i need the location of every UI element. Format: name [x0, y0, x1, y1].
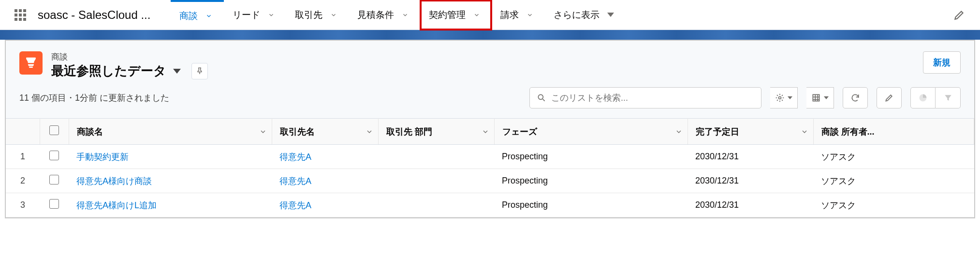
- pencil-icon: [884, 93, 894, 103]
- nav-tab-リード[interactable]: リード: [224, 0, 286, 30]
- list-view-name[interactable]: 最近参照したデータ: [51, 62, 166, 79]
- col-account[interactable]: 取引先名: [272, 119, 378, 145]
- account-link[interactable]: 得意先A: [279, 152, 311, 162]
- decorative-band: [0, 30, 980, 40]
- table-row: 1手動契約更新得意先AProspecting2030/12/31ソアスク: [6, 145, 974, 169]
- row-number: 2: [6, 169, 40, 193]
- cell-dept: [378, 169, 494, 193]
- row-number: 1: [6, 145, 40, 169]
- chevron-down-icon: [366, 128, 373, 136]
- opportunity-link[interactable]: 得意先A様向け商談: [76, 176, 152, 186]
- list-search[interactable]: [529, 87, 761, 108]
- row-select[interactable]: [40, 145, 69, 169]
- table-icon: [811, 93, 821, 103]
- nav-tab-契約管理[interactable]: 契約管理: [420, 0, 492, 30]
- opportunity-link[interactable]: 手動契約更新: [76, 152, 129, 162]
- nav-tab-label: さらに表示: [554, 9, 600, 21]
- table-header-row: 商談名 取引先名 取引先 部門 フェーズ 完了予定日 商談 所有者...: [6, 119, 974, 145]
- cell-owner: ソアスク: [813, 169, 974, 193]
- chevron-down-icon[interactable]: [604, 9, 617, 21]
- nav-tab-取引先[interactable]: 取引先: [286, 0, 349, 30]
- chevron-down-icon[interactable]: [399, 9, 411, 21]
- nav-tab-請求[interactable]: 請求: [492, 0, 545, 30]
- cell-close: 2030/12/31: [687, 193, 813, 217]
- list-status: 11 個の項目・1分前 に更新されました: [19, 92, 169, 104]
- pin-icon: [195, 67, 204, 76]
- col-select-all[interactable]: [40, 119, 69, 145]
- cell-name: 手動契約更新: [69, 145, 272, 169]
- chevron-down-icon[interactable]: [203, 10, 215, 22]
- checkbox[interactable]: [49, 125, 59, 135]
- chevron-down-icon: [259, 128, 267, 136]
- search-input[interactable]: [551, 93, 754, 103]
- cell-phase: Prospecting: [494, 193, 687, 217]
- filter-button[interactable]: [936, 87, 961, 108]
- inline-edit-button[interactable]: [877, 87, 902, 108]
- checkbox[interactable]: [49, 175, 59, 184]
- nav-tab-label: 商談: [179, 10, 198, 22]
- col-name[interactable]: 商談名: [69, 119, 272, 145]
- cell-name: 得意先A様向け商談: [69, 169, 272, 193]
- gear-icon: [775, 93, 785, 103]
- list-settings-button[interactable]: [770, 87, 798, 108]
- chevron-down-icon[interactable]: [265, 9, 278, 21]
- new-button[interactable]: 新規: [923, 51, 961, 74]
- list-view-picker-icon[interactable]: [173, 69, 181, 74]
- svg-point-0: [538, 94, 543, 99]
- pin-button[interactable]: [191, 63, 208, 79]
- checkbox[interactable]: [49, 151, 59, 160]
- object-label: 商談: [51, 51, 208, 62]
- app-name: soasc - SalesCloud ...: [38, 8, 150, 22]
- col-dept[interactable]: 取引先 部門: [378, 119, 494, 145]
- checkbox[interactable]: [49, 199, 59, 209]
- refresh-button[interactable]: [843, 87, 868, 108]
- opportunity-icon: [19, 51, 43, 75]
- search-icon: [537, 93, 546, 103]
- cell-dept: [378, 145, 494, 169]
- cell-dept: [378, 193, 494, 217]
- row-select[interactable]: [40, 193, 69, 217]
- nav-tab-label: 取引先: [295, 9, 322, 21]
- cell-owner: ソアスク: [813, 145, 974, 169]
- account-link[interactable]: 得意先A: [279, 176, 311, 186]
- nav-tab-label: 見積条件: [357, 9, 394, 21]
- chevron-down-icon[interactable]: [470, 9, 483, 21]
- chevron-down-icon[interactable]: [327, 9, 340, 21]
- chart-icon: [918, 93, 928, 103]
- table-row: 3得意先A様向けL追加得意先AProspecting2030/12/31ソアスク: [6, 193, 974, 217]
- chart-button[interactable]: [910, 87, 936, 108]
- cell-account: 得意先A: [272, 145, 378, 169]
- nav-tab-さらに表示[interactable]: さらに表示: [545, 0, 626, 30]
- cell-close: 2030/12/31: [687, 145, 813, 169]
- nav-tab-見積条件[interactable]: 見積条件: [349, 0, 420, 30]
- chevron-down-icon: [482, 128, 489, 136]
- cell-owner: ソアスク: [813, 193, 974, 217]
- col-rownum: [6, 119, 40, 145]
- col-owner[interactable]: 商談 所有者...: [813, 119, 974, 145]
- row-select[interactable]: [40, 169, 69, 193]
- chevron-down-icon: [788, 96, 792, 99]
- col-phase[interactable]: フェーズ: [494, 119, 687, 145]
- cell-account: 得意先A: [272, 193, 378, 217]
- col-close[interactable]: 完了予定日: [687, 119, 813, 145]
- edit-nav-icon[interactable]: [953, 9, 965, 21]
- cell-account: 得意先A: [272, 169, 378, 193]
- display-as-button[interactable]: [806, 87, 834, 108]
- account-link[interactable]: 得意先A: [279, 200, 311, 210]
- table-row: 2得意先A様向け商談得意先AProspecting2030/12/31ソアスク: [6, 169, 974, 193]
- chevron-down-icon: [801, 128, 808, 136]
- cell-close: 2030/12/31: [687, 169, 813, 193]
- nav-tab-label: 契約管理: [429, 9, 466, 21]
- opportunity-link[interactable]: 得意先A様向けL追加: [76, 200, 157, 210]
- chevron-down-icon: [824, 96, 829, 99]
- chevron-down-icon: [675, 128, 683, 136]
- nav-tab-商談[interactable]: 商談: [171, 0, 224, 30]
- refresh-icon: [850, 93, 860, 103]
- row-number: 3: [6, 193, 40, 217]
- app-launcher-icon[interactable]: [15, 9, 26, 21]
- chevron-down-icon[interactable]: [524, 9, 536, 21]
- cell-name: 得意先A様向けL追加: [69, 193, 272, 217]
- svg-point-1: [779, 97, 781, 99]
- nav-tab-label: 請求: [500, 9, 519, 21]
- cell-phase: Prospecting: [494, 169, 687, 193]
